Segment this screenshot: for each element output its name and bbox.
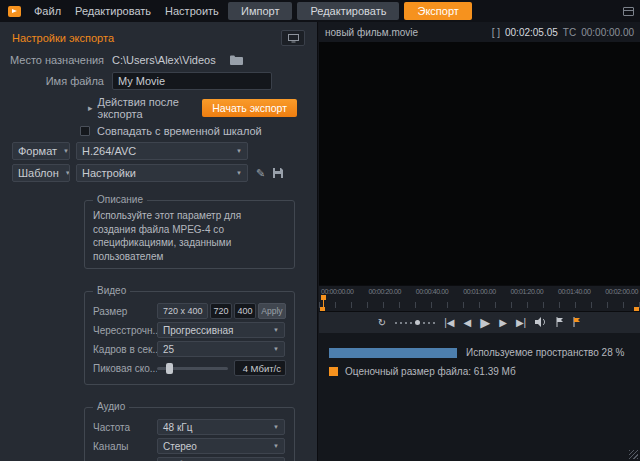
match-timeline-row: Совпадать с временной шкалой xyxy=(0,122,317,140)
filename-input[interactable] xyxy=(112,72,272,90)
size-preset-dropdown[interactable]: 720 x 400 ▼ xyxy=(157,303,208,319)
filename-row: Имя файла xyxy=(0,70,317,92)
chevron-down-icon: ▼ xyxy=(267,346,279,352)
interlace-dropdown[interactable]: Прогрессивная ▼ xyxy=(157,322,285,338)
range-end-marker[interactable] xyxy=(634,307,639,311)
folder-icon xyxy=(230,55,243,65)
format-dropdown[interactable]: H.264/AVC ▼ xyxy=(76,142,248,160)
start-export-button[interactable]: Начать экспорт xyxy=(202,99,297,117)
fps-dropdown[interactable]: 25 ▼ xyxy=(157,341,285,357)
window-layout-icon[interactable] xyxy=(623,7,634,16)
to-start-button[interactable]: |◀ xyxy=(444,318,454,328)
browse-folder-button[interactable] xyxy=(230,55,243,65)
save-icon xyxy=(273,168,283,178)
monitor-icon xyxy=(288,34,299,43)
timeline-tick: 00:02:00.00 xyxy=(605,288,638,295)
disk-space-fill xyxy=(329,348,457,358)
resize-grip[interactable] xyxy=(629,450,638,459)
video-group-title: Видео xyxy=(93,285,130,296)
fps-value: 25 xyxy=(163,344,174,355)
pencil-icon: ✎ xyxy=(256,167,265,180)
disk-space-label: Используемое пространство 28 % xyxy=(466,347,624,358)
to-end-button[interactable]: ▶| xyxy=(516,318,526,328)
destination-label: Место назначения xyxy=(10,54,112,66)
description-groupbox: Описание Используйте этот параметр для с… xyxy=(84,200,295,269)
after-export-row: ▸ Действия после экспорта Начать экспорт xyxy=(0,94,317,122)
format-value: H.264/AVC xyxy=(82,145,136,157)
bitrate-value[interactable]: 4 Мбит/с xyxy=(234,360,286,376)
slider-handle[interactable] xyxy=(166,363,173,374)
bitrate-row: Пиковая ско... 4 Мбит/с xyxy=(93,360,286,376)
export-stats: Используемое пространство 28 % Оценочный… xyxy=(319,333,640,391)
menubar: ФайлРедактироватьНастроить xyxy=(27,5,226,17)
bitrate-slider[interactable] xyxy=(157,360,228,376)
video-preview[interactable] xyxy=(319,42,640,285)
volume-button[interactable] xyxy=(535,317,547,329)
description-title: Описание xyxy=(93,194,147,205)
template-value: Настройки xyxy=(82,167,136,179)
menu-item-0[interactable]: Файл xyxy=(27,5,68,17)
fps-label: Кадров в сек... xyxy=(93,344,157,355)
preview-header: новый фильм.movie [ ] 00:02:05.05 TC 00:… xyxy=(319,22,640,42)
interlace-row: Чересстрочн... Прогрессивная ▼ xyxy=(93,322,286,338)
loop-button[interactable]: ↻ xyxy=(378,318,386,328)
save-template-button[interactable] xyxy=(273,168,283,178)
tab-edit[interactable]: Редактировать xyxy=(297,2,399,20)
tab-export[interactable]: Экспорт xyxy=(404,2,471,20)
range-start-marker[interactable] xyxy=(320,307,325,311)
duration-icon: [ ] xyxy=(492,27,500,38)
width-input[interactable] xyxy=(210,303,232,319)
menu-item-1[interactable]: Редактировать xyxy=(68,5,158,17)
menu-item-2[interactable]: Настроить xyxy=(158,5,226,17)
chevron-down-icon: ▼ xyxy=(203,308,208,314)
timeline[interactable]: 00:00:00.0000:00:20.0000:00:40.0000:01:0… xyxy=(319,285,640,311)
step-back-button[interactable]: ◀ xyxy=(463,318,471,328)
device-button[interactable] xyxy=(281,30,305,46)
template-category-dropdown[interactable]: Шаблон ▼ xyxy=(12,164,70,182)
expander-icon[interactable]: ▸ xyxy=(88,103,93,113)
quality-dropdown[interactable]: 16 бит ▼ xyxy=(157,457,285,461)
file-size-label: Оценочный размер файла: 61.39 Мб xyxy=(345,366,516,377)
marker-in-button[interactable] xyxy=(556,317,564,329)
frequency-label: Частота xyxy=(93,422,157,433)
timeline-tick: 00:01:20.00 xyxy=(511,288,544,295)
apply-size-button[interactable]: Apply xyxy=(258,303,286,319)
destination-value: C:\Users\Alex\Videos xyxy=(112,54,216,66)
template-category-label: Шаблон xyxy=(18,167,59,179)
export-settings-panel: Настройки экспорта Место назначения C:\U… xyxy=(0,22,318,461)
interlace-value: Прогрессивная xyxy=(163,325,233,336)
frequency-row: Частота 48 кГц ▼ xyxy=(93,419,286,435)
audio-group-title: Аудио xyxy=(93,401,129,412)
frequency-dropdown[interactable]: 48 кГц ▼ xyxy=(157,419,285,435)
titlebar: ФайлРедактироватьНастроить ? ↶ ↷ ИмпортР… xyxy=(0,0,640,22)
play-button[interactable]: ▶ xyxy=(480,316,490,329)
tc-value: 00:00:00.00 xyxy=(581,27,634,38)
match-timeline-label: Совпадать с временной шкалой xyxy=(97,125,262,137)
panel-header: Настройки экспорта xyxy=(0,22,317,50)
marker-out-button[interactable] xyxy=(573,317,581,329)
disk-space-bar xyxy=(329,348,457,358)
filename-label: Имя файла xyxy=(10,75,112,87)
height-input[interactable] xyxy=(234,303,256,319)
flag-icon xyxy=(556,317,564,327)
step-forward-button[interactable]: ▶ xyxy=(499,318,507,328)
edit-template-button[interactable]: ✎ xyxy=(256,167,265,180)
timecode-area: [ ] 00:02:05.05 TC 00:00:00.00 xyxy=(492,27,634,38)
file-size-row: Оценочный размер файла: 61.39 Мб xyxy=(329,366,630,377)
after-export-label[interactable]: Действия после экспорта xyxy=(98,96,203,120)
timeline-tick: 00:01:40.00 xyxy=(558,288,591,295)
frequency-value: 48 кГц xyxy=(163,422,192,433)
size-label: Размер xyxy=(93,306,157,317)
template-dropdown[interactable]: Настройки ▼ xyxy=(76,164,248,182)
match-timeline-checkbox[interactable] xyxy=(80,126,90,136)
chevron-down-icon: ▼ xyxy=(267,327,279,333)
transport-bar: ↻ |◀ ◀ ▶ ▶ ▶| xyxy=(319,311,640,333)
format-category-dropdown[interactable]: Формат ▼ xyxy=(12,142,70,160)
audio-groupbox: Аудио Частота 48 кГц ▼ Каналы Стерео ▼ К… xyxy=(84,407,295,461)
file-size-swatch xyxy=(329,367,338,376)
speed-control[interactable] xyxy=(395,320,435,325)
timeline-tick: 00:00:00.00 xyxy=(321,288,354,295)
channels-dropdown[interactable]: Стерео ▼ xyxy=(157,438,285,454)
app-logo-icon xyxy=(8,6,21,17)
tab-import[interactable]: Импорт xyxy=(228,2,292,20)
